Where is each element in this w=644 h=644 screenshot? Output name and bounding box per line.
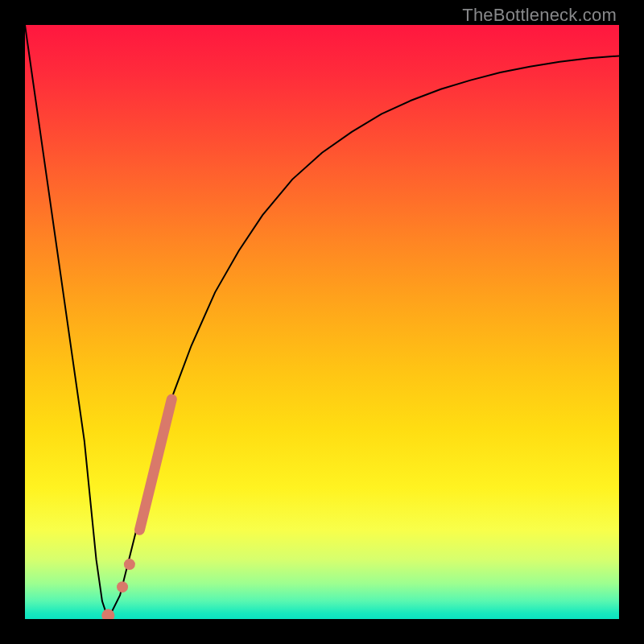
plot-area	[25, 25, 619, 619]
trail-dot-2	[117, 581, 128, 592]
bottleneck-curve	[25, 25, 619, 619]
chart-frame: TheBottleneck.com	[0, 0, 644, 644]
curve-path	[25, 25, 619, 619]
watermark-text: TheBottleneck.com	[462, 5, 617, 26]
marker-group	[101, 399, 171, 619]
trail-upper	[139, 399, 171, 530]
chart-svg	[25, 25, 619, 619]
trail-dot-1	[124, 559, 135, 570]
